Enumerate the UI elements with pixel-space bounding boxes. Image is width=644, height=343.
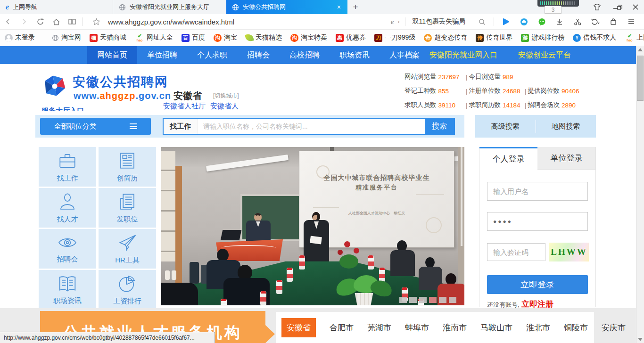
back-icon[interactable]: [0, 15, 16, 29]
hao-check-icon: ✔hao: [135, 33, 144, 42]
tab-ahggzp-active[interactable]: 安徽公共招聘网 ×: [226, 0, 347, 14]
tab-sunshine-portal[interactable]: 安徽省阳光就业网上服务大厅: [113, 0, 226, 14]
map-search-link[interactable]: 地图搜索: [536, 122, 596, 131]
advanced-search-link[interactable]: 高级搜索: [475, 122, 536, 131]
thermos: [190, 262, 199, 284]
nav-item-news[interactable]: 职场资讯: [330, 46, 380, 64]
password-field[interactable]: [487, 212, 588, 231]
search-tab-jobs[interactable]: 找工作: [164, 119, 198, 134]
tab-nav-home[interactable]: e 上网导航: [0, 0, 113, 14]
tile-find-talent[interactable]: 找人才: [39, 188, 96, 228]
carousel-dot[interactable]: [419, 297, 427, 303]
nav-item-campus[interactable]: 高校招聘: [280, 46, 330, 64]
captcha-field[interactable]: [487, 243, 545, 261]
clipped-service-link[interactable]: 服务大厅入口: [41, 106, 122, 111]
search-button[interactable]: 搜索: [425, 119, 454, 134]
bookmark-game-yidao[interactable]: 刀一刀999级: [374, 33, 415, 42]
nav-item-archives[interactable]: 人事档案: [380, 46, 429, 64]
bookmark-coupons[interactable]: 惠优惠券: [336, 33, 366, 42]
carousel-dot[interactable]: [439, 297, 446, 303]
forward-icon[interactable]: [16, 15, 32, 29]
ie-compat-icon[interactable]: e: [391, 18, 394, 26]
all-categories-button[interactable]: 全部职位分类: [40, 118, 151, 135]
scroll-down-icon[interactable]: [638, 338, 643, 341]
tile-post-job[interactable]: 发职位: [99, 188, 156, 228]
carousel-dot[interactable]: [409, 297, 417, 303]
bookmark-game-rank[interactable]: 游游戏排行榜: [521, 33, 564, 42]
scroll-up-icon[interactable]: [638, 48, 643, 51]
tile-find-job[interactable]: 找工作: [39, 147, 96, 187]
video-play-icon[interactable]: [498, 15, 514, 29]
login-button[interactable]: 立即登录: [487, 275, 588, 294]
reading-mode-icon[interactable]: [64, 15, 80, 29]
username-field[interactable]: [487, 182, 588, 201]
link-anhui-people[interactable]: 安徽省人: [210, 102, 239, 111]
city-huaibei[interactable]: 淮北市: [526, 322, 550, 333]
tile-salary-rank[interactable]: 工资排行: [99, 270, 156, 310]
city-huainan[interactable]: 淮南市: [443, 322, 467, 333]
tile-job-fair[interactable]: 招聘会: [39, 229, 96, 269]
register-link[interactable]: 立即注册: [521, 300, 553, 309]
scrollbar-thumb[interactable]: [637, 56, 644, 101]
bookmark-taobao-web[interactable]: 淘宝网: [52, 33, 81, 42]
tile-career-news[interactable]: 职场资讯: [39, 270, 96, 310]
theme-skin-icon[interactable]: [588, 0, 605, 14]
captcha-image[interactable]: LHWW: [549, 243, 589, 261]
city-tongling[interactable]: 铜陵市: [564, 322, 588, 333]
bookmark-hao-sites[interactable]: ✔hao网址大全: [135, 33, 173, 42]
tile-hr-tools[interactable]: HR工具: [99, 229, 156, 269]
new-tab-button[interactable]: +: [347, 0, 363, 14]
bookmark-tmall-select[interactable]: 天猫精选: [246, 33, 282, 42]
cloud-sync-icon[interactable]: [516, 15, 532, 29]
screen-decor-line: [313, 207, 339, 208]
tab-close-icon[interactable]: ×: [336, 3, 342, 11]
tile-create-resume[interactable]: 创简历: [99, 147, 156, 187]
city-anqing[interactable]: 安庆市: [602, 322, 626, 333]
link-hrss-dept[interactable]: 安徽省人社厅: [163, 102, 206, 111]
page-scrollbar[interactable]: [636, 46, 644, 343]
search-icon[interactable]: [474, 15, 490, 29]
shopping-bag-icon[interactable]: [605, 15, 621, 29]
expand-arrow-icon[interactable]: ›: [396, 18, 401, 25]
restore-button[interactable]: [611, 0, 628, 14]
tab-personal-login[interactable]: 个人登录: [479, 147, 537, 170]
bookmark-taobao-sale[interactable]: 淘淘宝特卖: [290, 33, 327, 42]
city-wuhu[interactable]: 芜湖市: [367, 322, 391, 333]
hero-photo-carousel[interactable]: 全国大中城市联合招聘高校毕业生 精准服务平台 人社部全国人才流动中心 黎红义: [161, 147, 464, 305]
favorite-star-icon[interactable]: [88, 15, 104, 29]
link-sunshine-portal[interactable]: 安徽阳光就业网入口: [429, 50, 497, 60]
url-text[interactable]: www.ahggzp.gov.cn/ww/wwcaindex.html: [108, 18, 234, 26]
refresh-icon[interactable]: [32, 15, 48, 29]
switch-city-link[interactable]: [切换城市]: [213, 92, 239, 100]
screenshot-scissors-icon[interactable]: [570, 15, 586, 29]
chat-messenger-icon[interactable]: [534, 15, 550, 29]
city-anhui-active[interactable]: 安徽省: [281, 318, 316, 337]
bookmark-game-chuanqi[interactable]: 奇超变态传奇: [424, 33, 467, 42]
city-maanshan[interactable]: 马鞍山市: [480, 322, 512, 333]
bookmark-nav-home[interactable]: ✔hao上网导航: [625, 33, 644, 42]
job-search-input[interactable]: [198, 119, 425, 134]
link-cloud-platform[interactable]: 安徽创业云平台: [518, 50, 571, 60]
login-status[interactable]: 未登录: [5, 33, 35, 42]
tab-company-login[interactable]: 单位登录: [537, 147, 595, 170]
nav-item-home[interactable]: 网站首页: [87, 46, 137, 64]
carousel-dot-active[interactable]: [429, 297, 437, 303]
bookmark-tmall[interactable]: 猫天猫商城: [90, 33, 126, 42]
city-hefei[interactable]: 合肥市: [330, 322, 354, 333]
carousel-dot[interactable]: [399, 297, 407, 303]
nav-item-job-seeking[interactable]: 个人求职: [187, 46, 237, 64]
city-bengbu[interactable]: 蚌埠市: [405, 322, 429, 333]
bookmark-loan[interactable]: ¥借钱不求人: [573, 33, 616, 42]
bookmark-taobao[interactable]: 淘淘宝: [214, 33, 237, 42]
menu-hamburger-icon[interactable]: [623, 15, 639, 29]
undo-history-icon[interactable]: [587, 15, 603, 29]
bookmark-game-world[interactable]: 传传奇世界: [476, 33, 512, 42]
carousel-dot[interactable]: [449, 297, 456, 303]
download-icon[interactable]: [552, 15, 568, 29]
nav-item-job-fair[interactable]: 招聘会: [237, 46, 280, 64]
nav-item-employer-jobs[interactable]: 单位招聘: [137, 46, 187, 64]
close-button[interactable]: [627, 0, 644, 14]
toolbar-search-query[interactable]: 双11包裹丢失骗局: [412, 17, 465, 26]
home-icon[interactable]: [48, 15, 64, 29]
bookmark-baidu[interactable]: 百百度: [182, 33, 205, 42]
